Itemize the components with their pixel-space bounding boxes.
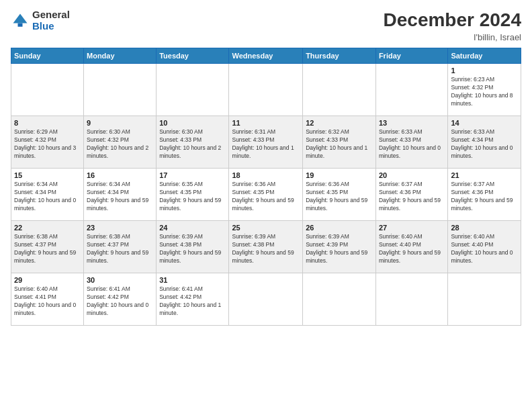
logo: General Blue: [11, 9, 70, 32]
calendar-cell: [157, 64, 229, 116]
calendar-cell: 30 Sunrise: 6:41 AM Sunset: 4:42 PM Dayl…: [84, 273, 157, 326]
calendar-cell: 15 Sunrise: 6:34 AM Sunset: 4:34 PM Dayl…: [11, 169, 84, 221]
day-info: Sunrise: 6:39 AM Sunset: 4:39 PM Dayligh…: [306, 233, 373, 265]
calendar-cell: 14 Sunrise: 6:33 AM Sunset: 4:34 PM Dayl…: [448, 116, 521, 169]
calendar-cell: [229, 64, 303, 116]
calendar-cell: [375, 273, 447, 326]
calendar-header-row: Sunday Monday Tuesday Wednesday Thursday…: [11, 48, 521, 64]
logo-general-text: General: [32, 9, 70, 21]
svg-rect-1: [18, 23, 23, 26]
day-number: 12: [306, 119, 373, 127]
calendar-cell: 22 Sunrise: 6:38 AM Sunset: 4:37 PM Dayl…: [11, 221, 84, 273]
calendar-week-row: 1 Sunrise: 6:23 AM Sunset: 4:32 PM Dayli…: [11, 64, 521, 116]
title-block: December 2024 I'billin, Israel: [384, 9, 521, 42]
calendar-cell: 9 Sunrise: 6:30 AM Sunset: 4:32 PM Dayli…: [84, 116, 157, 169]
calendar-cell: 29 Sunrise: 6:40 AM Sunset: 4:41 PM Dayl…: [11, 273, 84, 326]
calendar-cell: 27 Sunrise: 6:40 AM Sunset: 4:40 PM Dayl…: [375, 221, 447, 273]
day-info: Sunrise: 6:33 AM Sunset: 4:33 PM Dayligh…: [379, 128, 445, 161]
svg-marker-0: [13, 13, 28, 23]
day-number: 15: [14, 171, 81, 179]
calendar-cell: 8 Sunrise: 6:29 AM Sunset: 4:32 PM Dayli…: [11, 116, 84, 169]
day-info: Sunrise: 6:30 AM Sunset: 4:33 PM Dayligh…: [159, 128, 226, 161]
day-info: Sunrise: 6:34 AM Sunset: 4:34 PM Dayligh…: [87, 181, 153, 213]
day-info: Sunrise: 6:23 AM Sunset: 4:32 PM Dayligh…: [451, 76, 518, 108]
calendar-cell: 10 Sunrise: 6:30 AM Sunset: 4:33 PM Dayl…: [157, 116, 229, 169]
calendar-cell: 13 Sunrise: 6:33 AM Sunset: 4:33 PM Dayl…: [375, 116, 447, 169]
month-title: December 2024: [384, 9, 521, 31]
calendar-cell: 11 Sunrise: 6:31 AM Sunset: 4:33 PM Dayl…: [229, 116, 303, 169]
day-info: Sunrise: 6:34 AM Sunset: 4:34 PM Dayligh…: [14, 181, 81, 213]
logo-text: General Blue: [32, 9, 70, 32]
day-number: 30: [87, 276, 153, 284]
day-info: Sunrise: 6:39 AM Sunset: 4:38 PM Dayligh…: [159, 233, 226, 265]
calendar-table: Sunday Monday Tuesday Wednesday Thursday…: [11, 48, 521, 326]
day-number: 27: [379, 224, 445, 232]
col-monday: Monday: [84, 48, 157, 64]
calendar-cell: 17 Sunrise: 6:35 AM Sunset: 4:35 PM Dayl…: [157, 169, 229, 221]
day-info: Sunrise: 6:32 AM Sunset: 4:33 PM Dayligh…: [306, 128, 373, 161]
day-info: Sunrise: 6:29 AM Sunset: 4:32 PM Dayligh…: [14, 128, 81, 161]
col-sunday: Sunday: [11, 48, 84, 64]
calendar-cell: 20 Sunrise: 6:37 AM Sunset: 4:36 PM Dayl…: [375, 169, 447, 221]
calendar-cell: 21 Sunrise: 6:37 AM Sunset: 4:36 PM Dayl…: [448, 169, 521, 221]
day-info: Sunrise: 6:41 AM Sunset: 4:42 PM Dayligh…: [87, 285, 153, 318]
day-info: Sunrise: 6:40 AM Sunset: 4:40 PM Dayligh…: [379, 233, 445, 265]
day-info: Sunrise: 6:39 AM Sunset: 4:38 PM Dayligh…: [232, 233, 300, 265]
calendar-cell: [303, 64, 376, 116]
calendar-week-row: 8 Sunrise: 6:29 AM Sunset: 4:32 PM Dayli…: [11, 116, 521, 169]
calendar-cell: 23 Sunrise: 6:38 AM Sunset: 4:37 PM Dayl…: [84, 221, 157, 273]
day-info: Sunrise: 6:31 AM Sunset: 4:33 PM Dayligh…: [232, 128, 300, 161]
calendar-week-row: 15 Sunrise: 6:34 AM Sunset: 4:34 PM Dayl…: [11, 169, 521, 221]
day-number: 18: [232, 171, 300, 179]
day-number: 19: [306, 171, 373, 179]
day-info: Sunrise: 6:37 AM Sunset: 4:36 PM Dayligh…: [451, 181, 518, 213]
calendar-cell: 24 Sunrise: 6:39 AM Sunset: 4:38 PM Dayl…: [157, 221, 229, 273]
calendar-cell: 18 Sunrise: 6:36 AM Sunset: 4:35 PM Dayl…: [229, 169, 303, 221]
day-number: 28: [451, 224, 518, 232]
day-info: Sunrise: 6:33 AM Sunset: 4:34 PM Dayligh…: [451, 128, 518, 161]
calendar-week-row: 22 Sunrise: 6:38 AM Sunset: 4:37 PM Dayl…: [11, 221, 521, 273]
calendar-cell: 16 Sunrise: 6:34 AM Sunset: 4:34 PM Dayl…: [84, 169, 157, 221]
calendar-cell: 19 Sunrise: 6:36 AM Sunset: 4:35 PM Dayl…: [303, 169, 376, 221]
day-number: 24: [159, 224, 226, 232]
header: General Blue December 2024 I'billin, Isr…: [11, 9, 521, 42]
calendar-week-row: 29 Sunrise: 6:40 AM Sunset: 4:41 PM Dayl…: [11, 273, 521, 326]
day-info: Sunrise: 6:40 AM Sunset: 4:41 PM Dayligh…: [14, 285, 81, 318]
calendar-cell: [448, 273, 521, 326]
day-number: 31: [159, 276, 226, 284]
calendar-cell: [303, 273, 376, 326]
day-info: Sunrise: 6:35 AM Sunset: 4:35 PM Dayligh…: [159, 181, 226, 213]
calendar-cell: [84, 64, 157, 116]
day-number: 23: [87, 224, 153, 232]
calendar-cell: 25 Sunrise: 6:39 AM Sunset: 4:38 PM Dayl…: [229, 221, 303, 273]
calendar-cell: 31 Sunrise: 6:41 AM Sunset: 4:42 PM Dayl…: [157, 273, 229, 326]
logo-blue-text: Blue: [32, 21, 70, 32]
day-number: 25: [232, 224, 300, 232]
col-saturday: Saturday: [448, 48, 521, 64]
day-number: 29: [14, 276, 81, 284]
day-number: 10: [159, 119, 226, 127]
day-number: 1: [451, 66, 518, 75]
calendar-cell: 26 Sunrise: 6:39 AM Sunset: 4:39 PM Dayl…: [303, 221, 376, 273]
day-info: Sunrise: 6:37 AM Sunset: 4:36 PM Dayligh…: [379, 181, 445, 213]
col-thursday: Thursday: [303, 48, 376, 64]
calendar-cell: [11, 64, 84, 116]
day-number: 8: [14, 119, 81, 127]
day-number: 11: [232, 119, 300, 127]
col-wednesday: Wednesday: [229, 48, 303, 64]
page: General Blue December 2024 I'billin, Isr…: [0, 0, 532, 411]
calendar-cell: 28 Sunrise: 6:40 AM Sunset: 4:40 PM Dayl…: [448, 221, 521, 273]
day-info: Sunrise: 6:36 AM Sunset: 4:35 PM Dayligh…: [306, 181, 373, 213]
calendar-cell: [375, 64, 447, 116]
day-number: 16: [87, 171, 153, 179]
calendar-cell: 12 Sunrise: 6:32 AM Sunset: 4:33 PM Dayl…: [303, 116, 376, 169]
calendar-cell: [229, 273, 303, 326]
day-info: Sunrise: 6:40 AM Sunset: 4:40 PM Dayligh…: [451, 233, 518, 265]
day-number: 9: [87, 119, 153, 127]
calendar-cell: 1 Sunrise: 6:23 AM Sunset: 4:32 PM Dayli…: [448, 64, 521, 116]
day-number: 13: [379, 119, 445, 127]
col-friday: Friday: [375, 48, 447, 64]
logo-icon: [11, 11, 30, 30]
day-number: 26: [306, 224, 373, 232]
day-info: Sunrise: 6:30 AM Sunset: 4:32 PM Dayligh…: [87, 128, 153, 161]
